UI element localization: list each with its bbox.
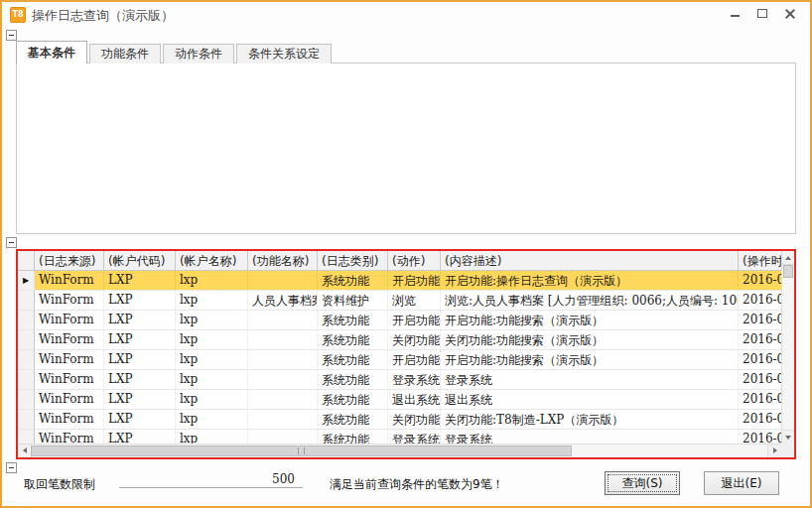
collapse-footer-icon[interactable] [6, 462, 17, 473]
table-row[interactable]: WinFormLXPlxp系统功能关闭功能关闭功能:功能搜索（演示版）2016-… [18, 330, 781, 350]
table-cell: 人员人事档案 [248, 291, 318, 310]
table-header-row: (日志来源)(帐户代码)(帐户名称)(功能名称)(日志类别)(动作)(内容描述)… [18, 251, 781, 271]
minimize-button[interactable] [725, 6, 744, 24]
titlebar: T8 操作日志查询（演示版） [2, 2, 810, 28]
table-cell: 开启功能:功能搜索（演示版） [441, 311, 739, 329]
table-cell: 系统功能 [318, 370, 388, 389]
vertical-scroll-thumb[interactable] [783, 265, 793, 278]
tab-condition-relation[interactable]: 条件关系设定 [236, 44, 332, 64]
table-cell [248, 350, 318, 369]
row-indicator [18, 330, 35, 349]
row-indicator [18, 390, 35, 409]
table-cell: 系统功能 [318, 311, 388, 329]
row-indicator [18, 410, 35, 429]
table-row[interactable]: WinFormLXPlxp系统功能开启功能开启功能:功能搜索（演示版）2016-… [18, 311, 781, 330]
table-cell: 退出系统 [388, 390, 441, 409]
table-cell [248, 330, 318, 349]
table-row[interactable]: WinFormLXPlxp系统功能开启功能开启功能:功能搜索（演示版）2016-… [18, 350, 781, 370]
row-indicator [18, 350, 35, 369]
table-cell: 登录系统 [441, 370, 739, 389]
table-body: ▶WinFormLXPlxp系统功能开启功能开启功能:操作日志查询（演示版）20… [18, 271, 781, 444]
table-cell: 系统功能 [318, 350, 388, 369]
table-cell: WinForm [35, 430, 104, 444]
exit-button[interactable]: 退出(E) [704, 471, 779, 495]
table-row[interactable]: WinFormLXPlxp系统功能登录系统登录系统2016-08-1 [18, 430, 781, 444]
table-cell: 登录系统 [388, 430, 441, 444]
table-cell: 系统功能 [318, 430, 388, 444]
table-cell: 2016-08-1 [739, 410, 781, 429]
horizontal-scroll-thumb[interactable] [31, 445, 572, 456]
column-header[interactable]: (内容描述) [441, 251, 739, 271]
table-cell: 2016-08-1 [739, 350, 781, 369]
table-cell: WinForm [35, 370, 104, 389]
table-row[interactable]: ▶WinFormLXPlxp系统功能开启功能开启功能:操作日志查询（演示版）20… [18, 271, 781, 291]
column-header[interactable]: (动作) [388, 251, 441, 271]
log-grid: (日志来源)(帐户代码)(帐户名称)(功能名称)(日志类别)(动作)(内容描述)… [16, 249, 796, 459]
table-cell [248, 271, 318, 290]
table-cell: LXP [104, 370, 176, 389]
query-button[interactable]: 查询(S) [605, 471, 680, 495]
scroll-left-button[interactable] [18, 444, 32, 457]
arrow-right-icon [773, 447, 777, 453]
limit-input[interactable]: 500 [119, 471, 303, 488]
tab-function-conditions[interactable]: 功能条件 [89, 44, 161, 64]
tab-basic-conditions[interactable]: 基本条件 [16, 41, 87, 64]
collapse-top-icon[interactable] [6, 30, 17, 41]
scroll-up-button[interactable] [782, 251, 794, 265]
horizontal-scrollbar[interactable] [18, 444, 781, 457]
table-cell [248, 390, 318, 409]
table-cell: 2016-08-1 [739, 390, 781, 409]
column-header[interactable]: (帐户代码) [104, 251, 176, 271]
row-indicator [18, 311, 35, 329]
maximize-button[interactable] [752, 6, 772, 24]
table-cell: LXP [104, 390, 176, 409]
column-header[interactable]: (日志来源) [35, 251, 104, 271]
table-cell: LXP [104, 291, 176, 310]
table-cell [248, 370, 318, 389]
table-cell: LXP [104, 271, 176, 290]
app-window: T8 操作日志查询（演示版） 基本条件 功能条件 动作条件 条件关系设定 用户区… [0, 0, 812, 508]
collapse-grid-icon[interactable] [6, 237, 17, 248]
row-indicator [18, 370, 35, 389]
column-header[interactable]: (日志类别) [318, 251, 388, 271]
table-cell: WinForm [35, 350, 104, 369]
table-row[interactable]: WinFormLXPlxp人员人事档案资料维护浏览浏览:人员人事档案 [人力管理… [18, 291, 781, 311]
scroll-down-button[interactable] [782, 430, 794, 444]
table-cell: LXP [104, 410, 176, 429]
column-header[interactable]: (帐户名称) [176, 251, 248, 271]
status-text: 满足当前查询条件的笔数为9笔！ [330, 476, 504, 493]
table-cell: 系统功能 [318, 271, 388, 290]
column-header[interactable]: (操作时间) [739, 251, 781, 271]
table-cell: 登录系统 [388, 370, 441, 389]
table-cell: lxp [176, 291, 248, 310]
vertical-scrollbar[interactable] [781, 251, 794, 444]
tab-action-conditions[interactable]: 动作条件 [163, 44, 234, 64]
table-row[interactable]: WinFormLXPlxp系统功能关闭功能关闭功能:T8制造-LXP（演示版）2… [18, 410, 781, 430]
conditions-panel [16, 63, 796, 234]
table-cell: 关闭功能 [388, 410, 441, 429]
window-title: 操作日志查询（演示版） [32, 7, 174, 25]
scroll-right-button[interactable] [767, 444, 781, 457]
table-cell: 资料维护 [318, 291, 388, 310]
column-header[interactable]: (功能名称) [248, 251, 318, 271]
table-cell: 2016-08-1 [739, 271, 781, 290]
table-cell: 系统功能 [318, 330, 388, 349]
arrow-up-icon [785, 256, 791, 260]
table-row[interactable]: WinFormLXPlxp系统功能退出系统退出系统2016-08-1 [18, 390, 781, 410]
table-row[interactable]: WinFormLXPlxp系统功能登录系统登录系统2016-08-1 [18, 370, 781, 390]
minimize-icon [731, 15, 740, 17]
table-cell: lxp [176, 430, 248, 444]
table-cell: WinForm [35, 330, 104, 349]
table-cell: lxp [176, 271, 248, 290]
table-cell: LXP [104, 311, 176, 329]
table-cell: lxp [176, 410, 248, 429]
table-cell: 关闭功能 [388, 330, 441, 349]
table-cell [248, 410, 318, 429]
table-cell: 浏览 [388, 291, 441, 310]
scrollbar-corner [781, 444, 794, 457]
row-indicator [18, 291, 35, 310]
tabbar: 基本条件 功能条件 动作条件 条件关系设定 [16, 42, 334, 64]
table-cell: 2016-08-1 [739, 291, 781, 310]
close-button[interactable] [780, 6, 800, 24]
close-icon [785, 9, 795, 19]
